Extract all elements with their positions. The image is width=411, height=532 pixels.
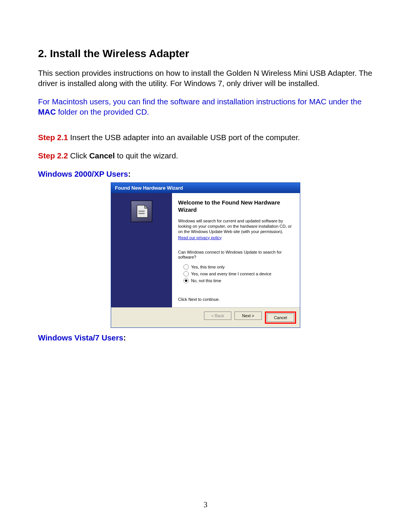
svg-marker-1 (145, 205, 148, 208)
step-2-2-text-a: Click (68, 151, 89, 160)
radio-label: Yes, now and every time I connect a devi… (191, 272, 271, 276)
step-2-1-text: Insert the USB adapter into an available… (68, 133, 300, 142)
radio-icon (183, 264, 189, 270)
radio-yes-this-time[interactable]: Yes, this time only (178, 264, 294, 270)
dialog-continue-text: Click Next to continue. (178, 297, 294, 302)
svg-rect-2 (139, 211, 145, 212)
radio-no-not-this-time[interactable]: No, not this time (178, 277, 294, 284)
step-2-1: Step 2.1 Insert the USB adapter into an … (38, 133, 373, 143)
subheading-win2000xp-text: Windows 2000/XP Users (38, 169, 128, 178)
svg-rect-3 (139, 213, 145, 214)
radio-icon (183, 278, 189, 283)
subheading-winvista7-text: Windows Vista/7 Users (38, 333, 123, 342)
section-intro: This section provides instructions on ho… (38, 68, 373, 88)
next-button[interactable]: Next > (234, 312, 262, 320)
step-2-2-label: Step 2.2 (38, 151, 68, 160)
radio-label: Yes, this time only (191, 265, 225, 269)
privacy-policy-link[interactable]: Read our privacy policy (178, 235, 221, 240)
step-2-2-text-b: to quit the wizard. (115, 151, 178, 160)
back-button: < Back (204, 312, 231, 320)
step-2-2: Step 2.2 Click Cancel to quit the wizard… (38, 151, 373, 161)
hardware-icon (131, 201, 152, 222)
dialog-description: Windows will search for current and upda… (178, 219, 294, 234)
mac-note-part2: folder on the provided CD. (56, 107, 149, 116)
section-title: 2. Install the Wireless Adapter (38, 48, 373, 60)
dialog-titlebar: Found New Hardware Wizard (111, 183, 300, 193)
subheading-winvista7: Windows Vista/7 Users: (38, 333, 373, 342)
cancel-button-highlight: Cancel (265, 312, 296, 324)
dialog-question: Can Windows connect to Windows Update to… (178, 250, 294, 260)
radio-yes-every-time[interactable]: Yes, now and every time I connect a devi… (178, 270, 294, 277)
page-number: 3 (0, 500, 411, 509)
dialog-welcome-heading: Welcome to the Found New Hardware Wizard (178, 199, 294, 214)
step-2-2-bold: Cancel (89, 151, 115, 160)
radio-label: No, not this time (191, 278, 221, 283)
mac-note: For Macintosh users, you can find the so… (38, 97, 373, 117)
subheading-colon: : (128, 169, 131, 178)
subheading-win2000xp: Windows 2000/XP Users: (38, 169, 373, 179)
found-new-hardware-dialog: Found New Hardware Wizard Welcome to the… (111, 182, 300, 328)
step-2-1-label: Step 2.1 (38, 133, 68, 142)
radio-icon (183, 271, 189, 276)
cancel-button[interactable]: Cancel (267, 313, 294, 322)
mac-note-bold: MAC (38, 107, 56, 116)
subheading-colon: : (123, 333, 126, 342)
mac-note-part1: For Macintosh users, you can find the so… (38, 97, 362, 106)
dialog-sidebar (111, 193, 172, 307)
